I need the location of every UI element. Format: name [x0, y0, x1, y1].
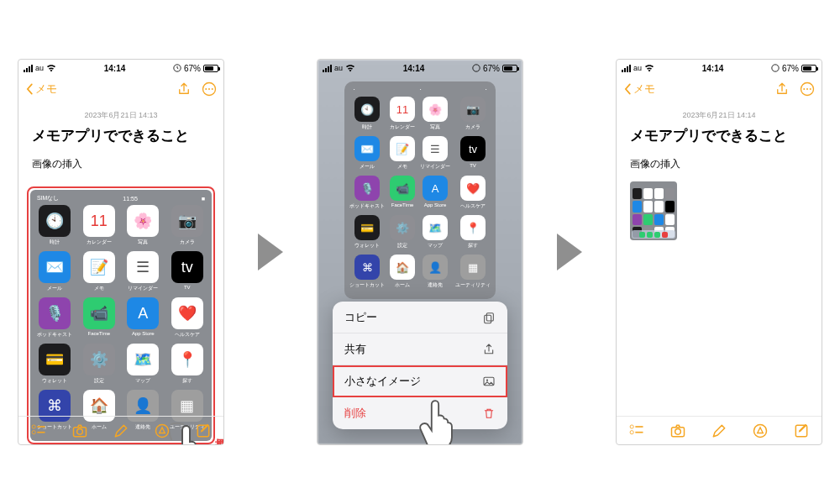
svg-point-7	[32, 430, 35, 433]
compose-icon[interactable]	[793, 423, 810, 439]
back-label: メモ	[35, 81, 57, 97]
note-title: メモアプリでできること	[630, 126, 808, 145]
menu-copy[interactable]: コピー	[333, 302, 507, 333]
svg-point-3	[208, 88, 210, 90]
context-menu: コピー 共有 小さなイメージ 削除	[333, 302, 507, 429]
back-button[interactable]: メモ	[623, 81, 655, 97]
svg-point-4	[212, 88, 213, 90]
phone-screen-3: au 14:14 67% メモ 2023年6月21日 14:14 メモアプリでで…	[616, 59, 822, 445]
battery-icon	[801, 65, 816, 72]
nav-bar: メモ	[617, 76, 822, 102]
pen-icon[interactable]	[113, 423, 129, 439]
svg-point-20	[803, 88, 805, 90]
status-time: 14:14	[403, 64, 425, 73]
wifi-icon	[46, 64, 56, 72]
phone-screen-2: au 14:14 67% ・・・ 🕙時計11カレンダー🌸写真📷カメラ✉️メール📝…	[317, 59, 523, 445]
nav-bar: メモ	[18, 76, 223, 102]
signal-bars-icon	[323, 65, 332, 72]
arrow-right-icon-2	[557, 234, 582, 270]
note-date: 2023年6月21日 14:14	[630, 110, 808, 121]
note-body: 2023年6月21日 14:14 メモアプリでできること 画像の挿入	[617, 102, 822, 245]
note-date: 2023年6月21日 14:13	[32, 110, 210, 121]
svg-point-21	[806, 88, 808, 90]
note-subtext: 画像の挿入	[32, 157, 210, 171]
checklist-icon[interactable]	[30, 423, 47, 439]
bottom-toolbar	[18, 416, 223, 444]
image-icon	[482, 375, 496, 388]
battery-icon	[203, 65, 218, 72]
checklist-icon[interactable]	[628, 423, 645, 439]
status-time: 14:14	[702, 64, 724, 73]
svg-point-28	[675, 428, 681, 434]
more-icon[interactable]	[202, 81, 217, 97]
attached-image[interactable]: SIMなし 11:55 ■ 🕙時計11カレンダー🌸写真📷カメラ✉️メール📝メモ☰…	[30, 190, 212, 441]
svg-rect-15	[485, 315, 491, 323]
svg-point-23	[630, 424, 633, 428]
rotation-lock-icon	[173, 64, 181, 72]
share-icon[interactable]	[176, 81, 192, 97]
trash-icon	[482, 407, 496, 420]
marker-icon[interactable]	[154, 423, 171, 439]
arrow-right-icon-1	[258, 234, 283, 270]
signal-bars-icon	[24, 65, 33, 72]
battery-percent: 67%	[184, 64, 201, 73]
compose-icon[interactable]	[195, 423, 212, 439]
svg-point-25	[630, 430, 633, 433]
camera-icon[interactable]	[71, 423, 88, 439]
rotation-lock-icon	[771, 64, 780, 72]
carrier-label: au	[35, 64, 44, 72]
camera-icon[interactable]	[669, 423, 686, 439]
phone-screen-1: au 14:14 67% メモ 2023年6月21日 14:13 メモアプリでで…	[18, 59, 224, 445]
marker-icon[interactable]	[752, 423, 769, 439]
battery-icon	[502, 65, 517, 72]
wifi-icon	[345, 64, 355, 72]
note-body: 2023年6月21日 14:13 メモアプリでできること 画像の挿入	[18, 102, 223, 176]
rotation-lock-icon	[472, 64, 480, 72]
svg-point-13	[473, 65, 480, 71]
menu-delete[interactable]: 削除	[333, 397, 507, 429]
chevron-left-icon	[623, 83, 632, 95]
copy-icon	[482, 311, 496, 324]
svg-rect-14	[486, 312, 493, 320]
svg-point-10	[77, 428, 83, 434]
share-icon	[482, 343, 496, 356]
wifi-icon	[644, 64, 654, 72]
more-icon[interactable]	[800, 81, 815, 97]
share-icon[interactable]	[774, 81, 790, 97]
signal-bars-icon	[622, 65, 631, 72]
svg-point-17	[486, 379, 488, 381]
note-title: メモアプリでできること	[32, 126, 210, 145]
svg-point-18	[772, 65, 779, 71]
attachment-outline: SIMなし 11:55 ■ 🕙時計11カレンダー🌸写真📷カメラ✉️メール📝メモ☰…	[27, 186, 215, 444]
svg-point-22	[810, 88, 811, 90]
svg-point-5	[32, 424, 35, 428]
pen-icon[interactable]	[711, 423, 727, 439]
menu-share[interactable]: 共有	[333, 333, 507, 365]
status-bar: au 14:14 67%	[318, 60, 522, 76]
menu-small-image[interactable]: 小さなイメージ	[333, 365, 507, 397]
svg-point-2	[205, 88, 207, 90]
attached-image-small[interactable]	[630, 181, 677, 240]
status-bar: au 14:14 67%	[617, 60, 822, 76]
note-subtext: 画像の挿入	[630, 157, 808, 171]
back-button[interactable]: メモ	[25, 81, 57, 97]
status-bar: au 14:14 67%	[18, 60, 223, 76]
image-preview[interactable]: ・・・ 🕙時計11カレンダー🌸写真📷カメラ✉️メール📝メモ☰リマインダーtvTV…	[344, 81, 496, 299]
bottom-toolbar	[617, 416, 822, 444]
status-time: 14:14	[104, 64, 126, 73]
chevron-left-icon	[25, 83, 34, 95]
hs-status: SIMなし 11:55 ■	[34, 193, 208, 203]
